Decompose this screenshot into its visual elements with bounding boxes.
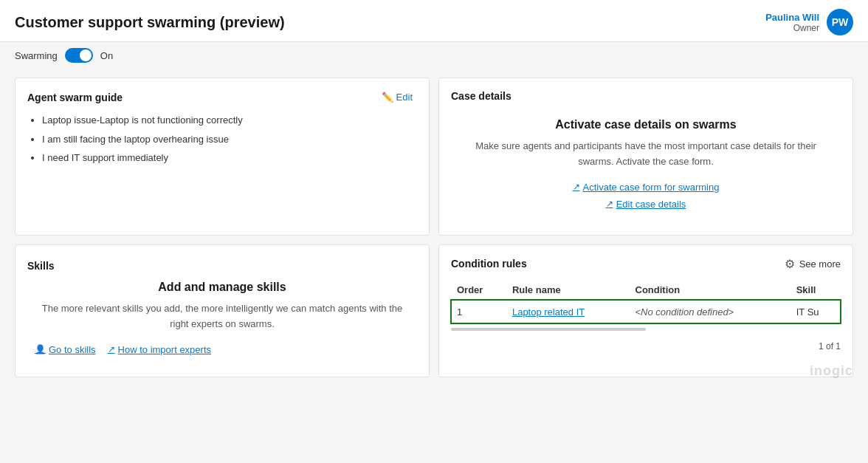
page-title: Customer support swarming (preview) [15, 14, 285, 31]
user-area: Paulina Will Owner PW [765, 9, 853, 35]
see-more-label: See more [799, 258, 841, 270]
external-link-icon: ↗ [573, 182, 580, 192]
main-content: Agent swarm guide ✏️ Edit Laptop issue-L… [0, 69, 868, 386]
case-details-title-label: Case details [451, 90, 512, 102]
case-details-card: Case details Activate case details on sw… [438, 78, 853, 236]
edit-case-details-link[interactable]: ↗ Edit case details [606, 199, 686, 210]
agent-swarm-guide-card: Agent swarm guide ✏️ Edit Laptop issue-L… [15, 78, 430, 236]
rule-name-link[interactable]: Laptop related IT [512, 306, 585, 318]
go-to-skills-label: Go to skills [49, 344, 96, 355]
col-condition: Condition [630, 280, 790, 301]
top-bar: Customer support swarming (preview) Paul… [0, 0, 868, 42]
skills-manage-title: Add and manage skills [35, 281, 410, 294]
list-item: I am still facing the laptop overhearing… [42, 132, 417, 147]
activate-link-label: Activate case form for swarming [583, 182, 720, 193]
agent-guide-content: Laptop issue-Laptop is not functioning c… [27, 113, 417, 165]
user-role: Owner [765, 23, 819, 33]
case-details-desc: Make sure agents and participants have t… [466, 139, 826, 170]
watermark: inogic [810, 363, 853, 379]
scrollbar[interactable] [451, 328, 646, 331]
no-condition-label: <No condition defined> [636, 306, 734, 318]
activate-title: Activate case details on swarms [466, 118, 826, 131]
condition-rules-card: Condition rules ⚙ See more Order Rule na… [438, 244, 853, 377]
table-header-row: Order Rule name Condition Skill [451, 280, 841, 301]
swarming-bar: Swarming On [0, 42, 868, 69]
skills-header: Skills [27, 260, 417, 272]
edit-label: Edit [396, 92, 413, 103]
case-details-body: Activate case details on swarms Make sur… [451, 111, 841, 223]
swarming-toggle[interactable] [65, 48, 93, 63]
pagination: 1 of 1 [451, 337, 841, 351]
condition-table-head: Order Rule name Condition Skill [451, 280, 841, 301]
col-order: Order [451, 280, 506, 301]
row-rule-name[interactable]: Laptop related IT [506, 300, 630, 323]
agent-swarm-guide-title: Agent swarm guide [27, 92, 123, 103]
row-skill: IT Su [790, 300, 841, 323]
edit-icon: ✏️ [382, 92, 393, 103]
skills-card: Skills Add and manage skills The more re… [15, 244, 430, 377]
condition-table-body: 1 Laptop related IT <No condition define… [451, 300, 841, 323]
edit-case-link-label: Edit case details [616, 199, 686, 210]
how-to-import-link[interactable]: ↗ How to import experts [108, 344, 211, 355]
case-details-links: ↗ Activate case form for swarming ↗ Edit… [466, 182, 826, 216]
activate-case-form-link[interactable]: ↗ Activate case form for swarming [573, 182, 720, 193]
table-row[interactable]: 1 Laptop related IT <No condition define… [451, 300, 841, 323]
gear-icon: ⚙ [785, 257, 795, 271]
col-rule-name: Rule name [506, 280, 630, 301]
how-to-import-label: How to import experts [118, 344, 211, 355]
col-skill: Skill [790, 280, 841, 301]
row-order: 1 [451, 300, 506, 323]
agent-guide-list: Laptop issue-Laptop is not functioning c… [27, 113, 417, 165]
skills-desc: The more relevant skills you add, the mo… [35, 301, 410, 332]
skills-links: 👤 Go to skills ↗ How to import experts [35, 344, 410, 361]
external-link-icon-3: ↗ [108, 344, 115, 354]
avatar[interactable]: PW [827, 9, 853, 35]
condition-header: Condition rules ⚙ See more [451, 257, 841, 271]
see-more-button[interactable]: ⚙ See more [785, 257, 841, 271]
toggle-on-label: On [100, 50, 113, 61]
list-item: Laptop issue-Laptop is not functioning c… [42, 113, 417, 128]
external-link-icon-2: ↗ [606, 199, 613, 209]
go-to-skills-link[interactable]: 👤 Go to skills [35, 344, 96, 355]
skills-body: Add and manage skills The more relevant … [27, 281, 417, 361]
swarming-label: Swarming [15, 50, 58, 61]
person-icon: 👤 [35, 344, 46, 354]
case-details-header: Case details [451, 90, 841, 102]
condition-rules-title: Condition rules [451, 258, 527, 270]
skills-title: Skills [27, 260, 55, 272]
agent-swarm-guide-header: Agent swarm guide ✏️ Edit [27, 90, 417, 104]
row-condition: <No condition defined> [630, 300, 790, 323]
edit-button[interactable]: ✏️ Edit [377, 90, 417, 104]
list-item: I need IT support immediately [42, 151, 417, 165]
user-name[interactable]: Paulina Will [765, 12, 819, 23]
condition-table: Order Rule name Condition Skill 1 Laptop… [451, 280, 841, 323]
user-info: Paulina Will Owner [765, 12, 819, 33]
